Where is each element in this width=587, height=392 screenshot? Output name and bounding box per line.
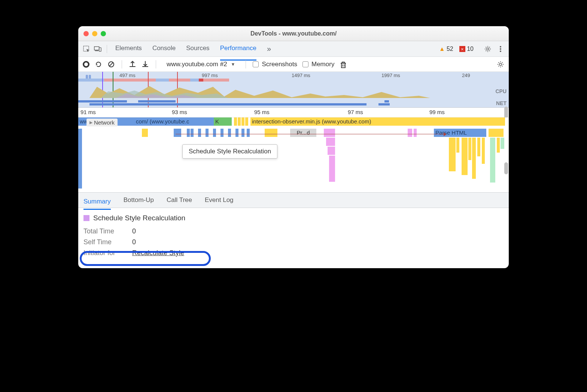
- inspect-icon[interactable]: [83, 45, 90, 53]
- errors-count[interactable]: × 10: [459, 46, 474, 52]
- flame-bar[interactable]: [324, 129, 335, 137]
- flame-bar[interactable]: [408, 129, 412, 137]
- record-button[interactable]: [83, 61, 89, 68]
- flame-chart[interactable]: www com/ (www.youtube.c K intersection-o…: [78, 117, 509, 192]
- svg-rect-2: [95, 50, 98, 51]
- flame-bar[interactable]: [326, 138, 335, 146]
- profile-name: www.youtube.com #2: [167, 61, 227, 68]
- flame-bar[interactable]: [187, 129, 190, 137]
- flame-bar[interactable]: [220, 129, 223, 137]
- flame-bar[interactable]: [414, 129, 417, 137]
- kebab-icon[interactable]: [497, 45, 504, 53]
- warnings-count[interactable]: ▲ 52: [439, 46, 453, 52]
- tab-console[interactable]: Console: [152, 41, 176, 56]
- warning-icon: ▲: [439, 46, 445, 52]
- clear-icon[interactable]: [107, 61, 115, 68]
- flame-bar[interactable]: [228, 129, 231, 137]
- flame-bar[interactable]: [329, 156, 335, 182]
- flame-bar[interactable]: [265, 129, 277, 137]
- divider: [122, 60, 122, 68]
- download-icon[interactable]: [142, 61, 149, 68]
- device-icon[interactable]: [94, 45, 101, 53]
- flame-bar[interactable]: [191, 129, 194, 137]
- window-title: DevTools - www.youtube.com/: [78, 30, 509, 37]
- flame-bar[interactable]: K: [214, 117, 220, 126]
- cpu-graph: [78, 83, 509, 98]
- tab-elements[interactable]: Elements: [115, 41, 142, 56]
- flame-bar[interactable]: [213, 129, 216, 137]
- flame-parse-html[interactable]: Parse HTML: [434, 129, 486, 137]
- flame-bar[interactable]: [238, 117, 241, 126]
- perf-toolbar: www.youtube.com #2 ▼ Screenshots Memory: [78, 57, 509, 72]
- checkbox-box: [253, 61, 259, 67]
- summary-pane: Schedule Style Recalculation Total Time …: [78, 208, 509, 268]
- svg-point-4: [487, 48, 489, 50]
- flame-bar[interactable]: [206, 129, 209, 137]
- minimize-button[interactable]: [92, 31, 97, 36]
- net-label: NET: [496, 100, 507, 106]
- flame-bar[interactable]: [241, 129, 244, 137]
- titlebar: DevTools - www.youtube.com/: [78, 26, 509, 41]
- scrollbar-thumb[interactable]: [504, 162, 508, 174]
- net-graph: [78, 100, 509, 105]
- category-swatch: [83, 215, 89, 221]
- profile-select[interactable]: www.youtube.com #2 ▼: [163, 61, 239, 68]
- divider: [156, 60, 156, 68]
- panel-tabs: Elements Console Sources Performance »: [115, 41, 435, 56]
- tab-sources[interactable]: Sources: [186, 41, 209, 56]
- network-section-toggle[interactable]: ▶ Network: [86, 119, 118, 126]
- chevron-right-icon: ▶: [89, 120, 92, 125]
- timeline-ruler[interactable]: 91 ms 93 ms 95 ms 97 ms 99 ms: [78, 108, 509, 117]
- flame-bar[interactable]: [245, 117, 248, 126]
- flame-bar[interactable]: [247, 129, 250, 137]
- flame-evaluate-script[interactable]: intersection-observer.min.js (www.youtub…: [250, 117, 505, 126]
- svg-point-6: [500, 48, 501, 50]
- perf-settings-icon[interactable]: [497, 61, 504, 68]
- flame-bar[interactable]: [145, 129, 148, 137]
- screenshots-checkbox[interactable]: Screenshots: [253, 61, 297, 68]
- scrollbar-thumb[interactable]: [504, 107, 508, 119]
- traffic-lights: [83, 31, 106, 36]
- checkbox-box: [302, 61, 308, 67]
- svg-rect-3: [99, 48, 101, 51]
- flame-tooltip: Schedule Style Recalculation: [182, 144, 277, 159]
- svg-point-7: [500, 50, 501, 52]
- flame-bar[interactable]: [174, 129, 181, 137]
- chevron-down-icon: ▼: [231, 62, 235, 67]
- arrow-head-icon: [444, 132, 447, 136]
- flame-bar[interactable]: [235, 129, 238, 137]
- tab-bottom-up[interactable]: Bottom-Up: [124, 193, 154, 207]
- tab-call-tree[interactable]: Call Tree: [167, 193, 192, 207]
- svg-line-9: [109, 62, 113, 66]
- flame-bar[interactable]: [142, 129, 145, 137]
- initiator-row: Initiator for Recalculate Style: [83, 249, 504, 257]
- close-button[interactable]: [83, 31, 89, 36]
- self-time-row: Self Time 0: [83, 238, 504, 246]
- flame-bar[interactable]: [328, 147, 335, 155]
- gc-icon[interactable]: [340, 61, 347, 68]
- flame-bar[interactable]: com/ (www.youtube.c: [134, 117, 214, 126]
- flame-bar[interactable]: Pr...d: [290, 129, 316, 137]
- flame-bar[interactable]: [229, 117, 232, 126]
- flame-bar[interactable]: [489, 129, 504, 137]
- main-toolbar: Elements Console Sources Performance » ▲…: [78, 41, 509, 57]
- divider: [246, 60, 246, 68]
- tab-event-log[interactable]: Event Log: [205, 193, 234, 207]
- flame-bar[interactable]: [234, 117, 237, 126]
- tab-performance[interactable]: Performance: [220, 41, 256, 61]
- initiator-link[interactable]: Recalculate Style: [132, 249, 184, 257]
- reload-icon[interactable]: [95, 61, 102, 68]
- settings-icon[interactable]: [484, 45, 492, 53]
- tabs-overflow[interactable]: »: [267, 41, 271, 56]
- devtools-window: DevTools - www.youtube.com/ Elements Con…: [78, 26, 509, 268]
- initiator-arrow: [176, 134, 445, 134]
- maximize-button[interactable]: [101, 31, 106, 36]
- tab-summary[interactable]: Summary: [83, 195, 111, 210]
- svg-rect-1: [94, 46, 99, 50]
- upload-icon[interactable]: [129, 61, 136, 68]
- svg-point-5: [500, 46, 501, 48]
- memory-checkbox[interactable]: Memory: [302, 61, 334, 68]
- overview-timeline[interactable]: 497 ms 997 ms 1497 ms 1997 ms 249: [78, 72, 509, 108]
- flame-bar[interactable]: [241, 117, 244, 126]
- flame-bar[interactable]: [198, 129, 201, 137]
